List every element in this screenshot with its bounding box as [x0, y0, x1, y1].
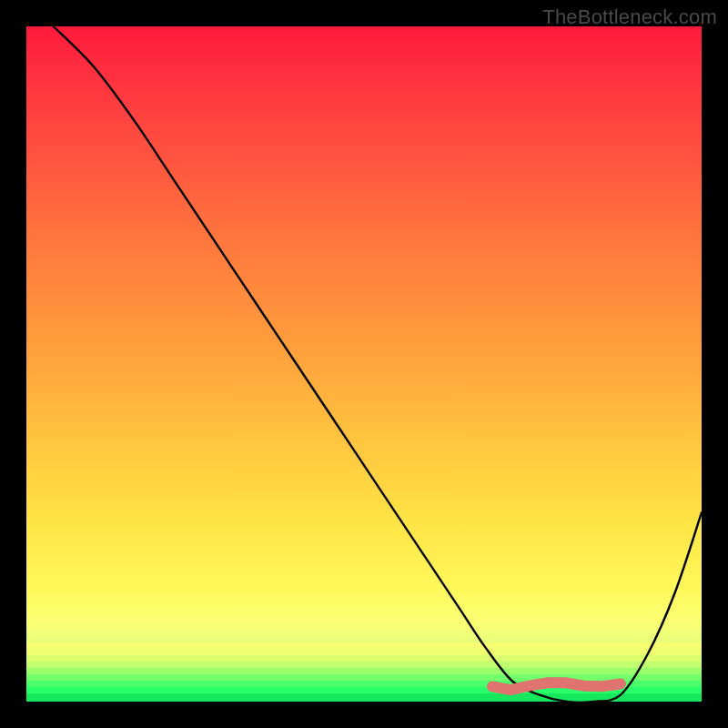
bottleneck-curve: [54, 26, 702, 703]
bottleneck-chart: [26, 26, 702, 702]
chart-area: [26, 26, 702, 702]
watermark-text: TheBottleneck.com: [542, 5, 717, 29]
optimal-band: [492, 682, 621, 690]
